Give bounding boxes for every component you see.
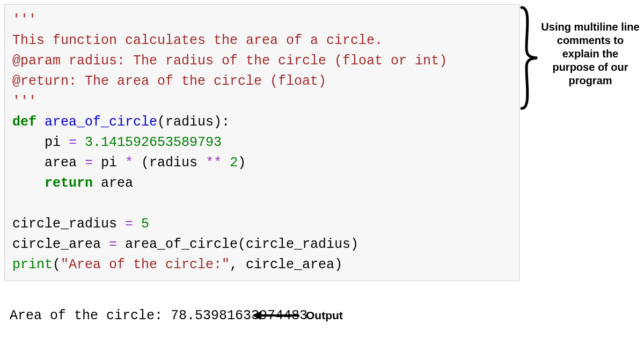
area-var: area <box>45 155 85 171</box>
expr-pi: pi <box>93 155 125 171</box>
curly-brace-icon <box>519 5 540 111</box>
print-rest: , circle_area) <box>230 257 342 273</box>
def-keyword: def <box>12 114 36 130</box>
funcall: area_of_circle(circle_radius) <box>117 237 358 252</box>
param-radius: radius <box>165 114 214 130</box>
circle-area-var: circle_area <box>12 237 109 252</box>
return-keyword: return <box>45 175 93 191</box>
paren-open: ( <box>133 155 149 171</box>
expr-two: 2 <box>222 155 238 171</box>
power-op: ** <box>206 155 222 171</box>
indent <box>12 135 45 150</box>
expr-radius: radius <box>149 155 206 171</box>
indent <box>12 155 45 171</box>
docstring-param: @param radius: The radius of the circle … <box>12 53 447 69</box>
circle-radius-var: circle_radius <box>12 216 125 232</box>
circle-radius-val: 5 <box>133 216 149 232</box>
docstring-close: ''' <box>12 94 36 109</box>
equals: = <box>125 216 133 232</box>
paren-close-colon: ): <box>214 114 230 130</box>
arrow-left-icon <box>252 309 301 322</box>
print-builtin: print <box>12 257 53 273</box>
function-name: area_of_circle <box>36 114 157 130</box>
indent <box>12 175 45 191</box>
return-var: area <box>93 175 133 191</box>
paren-close: ) <box>238 155 246 171</box>
output-annotation: Output <box>252 309 343 322</box>
output-label: Output <box>306 309 343 322</box>
svg-marker-1 <box>252 311 261 320</box>
pi-value: 3.141592653589793 <box>77 135 222 150</box>
print-string: "Area of the circle:" <box>61 257 230 273</box>
equals: = <box>69 135 77 150</box>
docstring-open: ''' <box>12 12 36 28</box>
equals: = <box>85 155 93 171</box>
paren-open: ( <box>157 114 165 130</box>
code-block: ''' This function calculates the area of… <box>4 4 519 281</box>
comment-annotation-label: Using multiline line comments to explain… <box>540 20 641 87</box>
pi-var: pi <box>45 135 69 150</box>
paren-open: ( <box>53 257 61 273</box>
star-op: * <box>125 155 133 171</box>
docstring-line: This function calculates the area of a c… <box>12 33 383 48</box>
docstring-return: @return: The area of the circle (float) <box>12 74 326 89</box>
equals: = <box>109 237 117 252</box>
